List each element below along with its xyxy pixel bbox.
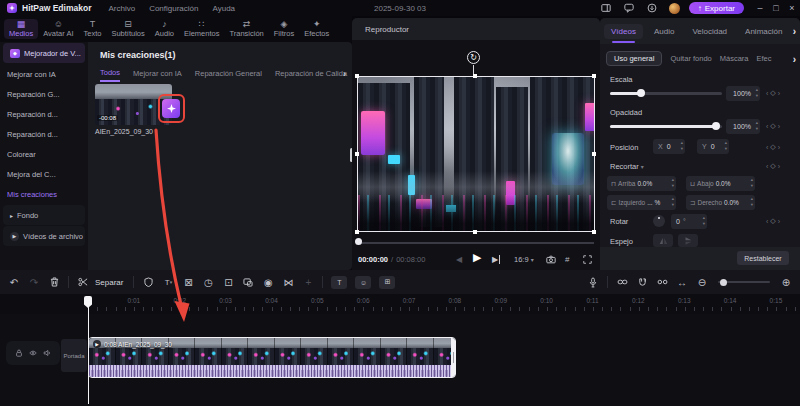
rotate-keyframe-control[interactable]: ‹◇› [766,217,780,225]
crop-left-field[interactable]: ⊏ Izquierdo ... % ▴▾ [607,195,676,210]
avatar-sticker-button[interactable]: ☺ [355,276,371,289]
tab-avatar-ai[interactable]: ☺ Avatar AI [38,19,78,39]
speed-icon[interactable]: ◷ [198,274,218,290]
crop-bottom-field[interactable]: ⊔ Abajo 0.0% ▴▾ [686,176,755,191]
move-tool-icon[interactable]: + [298,274,318,290]
scale-slider-thumb[interactable] [637,89,645,97]
subtab-mascara[interactable]: Máscara [720,54,749,63]
selection-handle-ne[interactable] [592,74,596,78]
fullscreen-icon[interactable] [583,255,592,264]
menu-ayuda[interactable]: Ayuda [213,4,236,13]
microphone-icon[interactable] [583,274,603,290]
crop-keyframe-control[interactable]: ‹◇› [766,162,780,170]
scale-slider[interactable] [610,92,722,95]
aspect-ratio-select[interactable]: 16:9 ▾ [514,255,534,264]
tab-audio[interactable]: ♪ Audio [150,19,179,39]
crop-top-field[interactable]: ⊓ Arriba 0.0% ▴▾ [607,176,676,191]
scale-value-field[interactable]: 100% ▴▾ [726,86,760,101]
reset-button[interactable]: Restablecer [737,251,789,265]
position-keyframe-control[interactable]: ‹◇› [766,143,780,151]
sidebar-item-reparacion-g[interactable]: Reparación G... [0,84,88,104]
selection-handle-s[interactable] [473,230,477,234]
scale-keyframe-control[interactable]: ‹◇› [766,89,780,97]
export-button[interactable]: ↑ Exportar [689,2,744,14]
zoom-slider-thumb[interactable] [720,279,727,286]
sidebar-item-reparacion-d1[interactable]: Reparación d... [0,104,88,124]
text-sticker-button[interactable]: T [331,276,347,289]
grid-icon[interactable]: # [565,255,569,264]
playhead-line[interactable] [88,296,89,404]
video-preview[interactable] [357,76,595,232]
position-y-stepper[interactable]: ▴▾ [725,140,727,152]
selection-handle-se[interactable] [592,230,596,234]
redo-button[interactable]: ↷ [24,274,44,290]
timeline-zoom-slider[interactable] [718,281,770,283]
mirror-horizontal-button[interactable] [653,234,673,247]
sidebar-item-fondo[interactable]: ▸ Fondo [3,205,85,225]
rotate-handle-icon[interactable]: ↻ [467,51,480,64]
selection-handle-n[interactable] [473,74,477,78]
menu-archivo[interactable]: Archivo [108,4,135,13]
selection-handle-sw[interactable] [355,230,359,234]
position-x-stepper[interactable]: ▴▾ [681,140,683,152]
clip-trim-handle-right[interactable] [451,338,455,377]
subtabs-more-icon[interactable]: › [793,54,796,65]
opacity-slider-thumb[interactable] [712,122,720,130]
scale-stepper[interactable]: ▴▾ [756,87,758,99]
rotate-value-field[interactable]: 0 ° ▴▾ [671,214,707,229]
sidebar-item-mejorar-ia[interactable]: Mejorar con IA [0,64,88,84]
selection-handle-nw[interactable] [355,74,359,78]
crop-left-stepper[interactable]: ▴▾ [672,196,674,208]
next-frame-button[interactable]: ▶ [492,255,500,264]
sidebar-item-mis-creaciones[interactable]: Mis creaciones [0,184,88,204]
library-tab-mejorar[interactable]: Mejorar con IA [133,69,182,81]
tab-texto[interactable]: T Texto [78,19,106,39]
inspector-tab-animacion[interactable]: Animación [738,24,789,39]
mute-track-icon[interactable] [43,349,51,357]
sidebar-item-mejora-c[interactable]: Mejora del C... [0,164,88,184]
player-progress-bar[interactable] [358,242,594,244]
crop-label[interactable]: Recortar ▾ [610,162,644,171]
cover-shield-icon[interactable] [138,274,158,290]
opacity-keyframe-control[interactable]: ‹◇› [766,122,780,130]
mirror-vertical-button[interactable] [678,234,698,247]
tab-efectos[interactable]: ✦ Efectos [299,19,334,39]
play-button[interactable]: ▶ [473,251,481,264]
split-label[interactable]: Separar [95,278,123,287]
timeline-ruler[interactable]: 0:010:020:030:040:050:060:070:080:090:10… [0,294,800,314]
mirror-tool-icon[interactable]: ⋈ [278,274,298,290]
close-button[interactable]: × [784,3,800,13]
undo-button[interactable]: ↶ [4,274,24,290]
crop-top-stepper[interactable]: ▴▾ [672,177,674,189]
position-y-field[interactable]: Y0 ▴▾ [697,139,729,154]
inspector-tab-videos[interactable]: Vídeos [604,24,643,39]
subtab-quitar-fondo[interactable]: Quitar fondo [670,54,711,63]
tab-medios[interactable]: ▦ Medios [4,19,38,39]
library-tabs-more-icon[interactable]: › [343,69,346,79]
selection-handle-e[interactable] [592,152,596,156]
snapshot-icon[interactable] [546,255,556,264]
sidebar-item-reparacion-d2[interactable]: Reparación d... [0,124,88,144]
inspector-tab-velocidad[interactable]: Velocidad [685,24,734,39]
crop-bottom-stepper[interactable]: ▴▾ [751,177,753,189]
unlink-clips-icon[interactable] [652,274,672,290]
sidebar-item-videos-archivo[interactable]: ▶ Vídeos de archivo [3,226,85,246]
crop-tool-icon[interactable]: ⊡ [218,274,238,290]
link-clips-icon[interactable] [612,274,632,290]
rotate-dial[interactable] [653,215,665,227]
opacity-value-field[interactable]: 100% ▴▾ [726,119,760,134]
opacity-slider[interactable] [610,125,722,128]
position-x-field[interactable]: X0 ▴▾ [653,139,685,154]
selection-handle-w[interactable] [355,152,359,156]
library-tab-todos[interactable]: Todos [100,68,120,82]
menu-configuracion[interactable]: Configuración [149,4,198,13]
pip-icon[interactable] [238,274,258,290]
freeze-frame-icon[interactable]: ◉ [258,274,278,290]
crop-right-field[interactable]: ⊐ Derecho 0.0% ▴▾ [686,195,755,210]
magnet-snap-icon[interactable] [632,274,652,290]
tab-subtitulos[interactable]: ⊟ Subtítulos [106,19,149,39]
library-tab-rep-general[interactable]: Reparación General [195,69,262,81]
layout-panels-icon[interactable] [600,3,613,14]
subtab-uso-general[interactable]: Uso general [606,51,662,66]
delete-icon[interactable] [44,274,64,290]
